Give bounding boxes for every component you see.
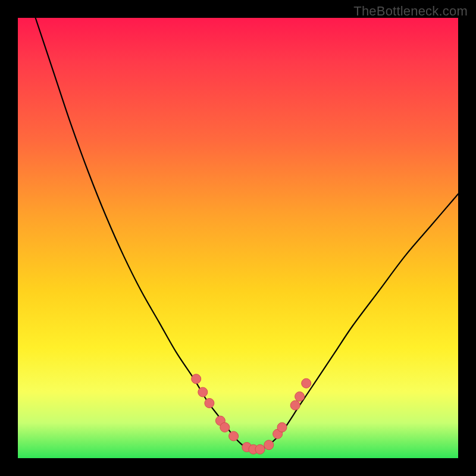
plot-area (18, 18, 458, 458)
marker-point (229, 431, 239, 441)
marker-point (198, 387, 208, 397)
marker-point (220, 422, 230, 432)
marker-point (290, 400, 300, 410)
marker-point (264, 440, 274, 450)
marker-point (192, 374, 201, 384)
watermark-text: TheBottleneck.com (353, 4, 468, 19)
marker-point (295, 392, 305, 401)
curve-overlay (18, 18, 458, 458)
marker-point (277, 422, 287, 432)
marker-point (302, 378, 311, 388)
marker-point (205, 399, 214, 408)
bottleneck-curve (36, 18, 458, 450)
marker-point (255, 444, 265, 454)
highlight-markers (192, 374, 311, 454)
chart-stage: TheBottleneck.com (0, 0, 476, 476)
